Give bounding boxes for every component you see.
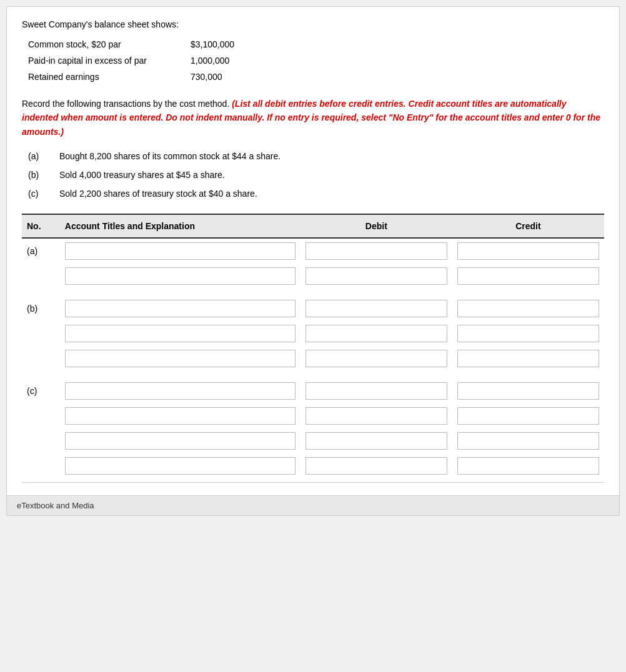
cell-b2-debit [301, 321, 452, 346]
input-b2-account[interactable] [65, 325, 296, 342]
cell-b3-account [60, 346, 301, 371]
input-a2-account[interactable] [65, 267, 296, 285]
cell-c4-account [60, 453, 301, 478]
cell-c1-account [60, 378, 301, 403]
cell-c2-debit [301, 403, 452, 428]
cell-c3-credit [452, 428, 604, 453]
cell-a1-debit [301, 238, 452, 264]
input-a1-debit[interactable] [306, 242, 447, 260]
input-c1-credit[interactable] [457, 382, 599, 400]
balance-sheet-row-1: Common stock, $20 par $3,100,000 [22, 39, 604, 49]
bs-value-1: $3,100,000 [191, 39, 234, 49]
input-c4-account[interactable] [65, 457, 296, 475]
section-b-label: (b) [22, 296, 60, 321]
cell-a2-debit [301, 264, 452, 289]
input-c2-debit[interactable] [306, 407, 447, 425]
cell-c3-debit [301, 428, 452, 453]
bs-value-2: 1,000,000 [191, 56, 229, 66]
table-row [22, 321, 604, 346]
input-a1-account[interactable] [65, 242, 296, 260]
cell-b2-credit [452, 321, 604, 346]
cell-b1-debit [301, 296, 452, 321]
input-a2-credit[interactable] [457, 267, 599, 285]
footer-text: eTextbook and Media [17, 501, 94, 510]
cell-a1-credit [452, 238, 604, 264]
cell-a1-account [60, 238, 301, 264]
input-c4-debit[interactable] [306, 457, 447, 475]
transaction-a: (a) Bought 8,200 shares of its common st… [22, 151, 604, 161]
input-b1-debit[interactable] [306, 300, 447, 317]
input-b1-credit[interactable] [457, 300, 599, 317]
cell-b3-no [22, 346, 60, 371]
transaction-b: (b) Sold 4,000 treasury shares at $45 a … [22, 170, 604, 180]
table-row [22, 428, 604, 453]
input-b2-debit[interactable] [306, 325, 447, 342]
cell-c4-debit [301, 453, 452, 478]
table-row: (c) [22, 378, 604, 403]
gap-row-ab [22, 289, 604, 296]
input-c2-account[interactable] [65, 407, 296, 425]
input-c4-credit[interactable] [457, 457, 599, 475]
input-a1-credit[interactable] [457, 242, 599, 260]
cell-b1-account [60, 296, 301, 321]
transactions-block: (a) Bought 8,200 shares of its common st… [22, 151, 604, 199]
cell-b3-debit [301, 346, 452, 371]
input-c3-debit[interactable] [306, 432, 447, 450]
table-row [22, 403, 604, 428]
transaction-a-label: (a) [28, 151, 59, 161]
input-b2-credit[interactable] [457, 325, 599, 342]
balance-sheet-row-2: Paid-in capital in excess of par 1,000,0… [22, 56, 604, 66]
balance-sheet-title: Sweet Company's balance sheet shows: [22, 19, 604, 29]
cell-b2-no [22, 321, 60, 346]
table-row [22, 346, 604, 371]
page-container: Sweet Company's balance sheet shows: Com… [6, 6, 620, 516]
input-c3-account[interactable] [65, 432, 296, 450]
cell-c2-account [60, 403, 301, 428]
transaction-b-text: Sold 4,000 treasury shares at $45 a shar… [59, 170, 225, 180]
transaction-c: (c) Sold 2,200 shares of treasury stock … [22, 189, 604, 199]
table-row: (b) [22, 296, 604, 321]
cell-b1-credit [452, 296, 604, 321]
cell-c4-credit [452, 453, 604, 478]
cell-a2-no [22, 264, 60, 289]
header-debit: Debit [301, 214, 452, 238]
cell-c2-credit [452, 403, 604, 428]
content-area: Sweet Company's balance sheet shows: Com… [7, 7, 619, 495]
cell-c1-credit [452, 378, 604, 403]
input-c1-debit[interactable] [306, 382, 447, 400]
cell-b2-account [60, 321, 301, 346]
cell-b3-credit [452, 346, 604, 371]
header-account: Account Titles and Explanation [60, 214, 301, 238]
journal-table: No. Account Titles and Explanation Debit… [22, 214, 604, 483]
input-b3-account[interactable] [65, 350, 296, 367]
balance-sheet-row-3: Retained earnings 730,000 [22, 72, 604, 82]
header-credit: Credit [452, 214, 604, 238]
section-a-label: (a) [22, 238, 60, 264]
input-b1-account[interactable] [65, 300, 296, 317]
cell-a2-credit [452, 264, 604, 289]
gap-row-bc [22, 371, 604, 378]
cell-a2-account [60, 264, 301, 289]
bottom-spacer [22, 478, 604, 482]
input-b3-debit[interactable] [306, 350, 447, 367]
bs-label-2: Paid-in capital in excess of par [28, 56, 191, 66]
input-c1-account[interactable] [65, 382, 296, 400]
footer-bar: eTextbook and Media [7, 495, 619, 515]
cell-c4-no [22, 453, 60, 478]
transaction-c-text: Sold 2,200 shares of treasury stock at $… [59, 189, 257, 199]
bs-label-1: Common stock, $20 par [28, 39, 191, 49]
table-row [22, 264, 604, 289]
input-a2-debit[interactable] [306, 267, 447, 285]
transaction-b-label: (b) [28, 170, 59, 180]
instructions-prefix: Record the following transactions by the… [22, 99, 229, 109]
input-c3-credit[interactable] [457, 432, 599, 450]
instructions-block: Record the following transactions by the… [22, 97, 604, 139]
transaction-c-label: (c) [28, 189, 59, 199]
cell-c3-no [22, 428, 60, 453]
input-c2-credit[interactable] [457, 407, 599, 425]
table-row: (a) [22, 238, 604, 264]
cell-c1-debit [301, 378, 452, 403]
input-b3-credit[interactable] [457, 350, 599, 367]
section-c-label: (c) [22, 378, 60, 403]
transaction-a-text: Bought 8,200 shares of its common stock … [59, 151, 281, 161]
